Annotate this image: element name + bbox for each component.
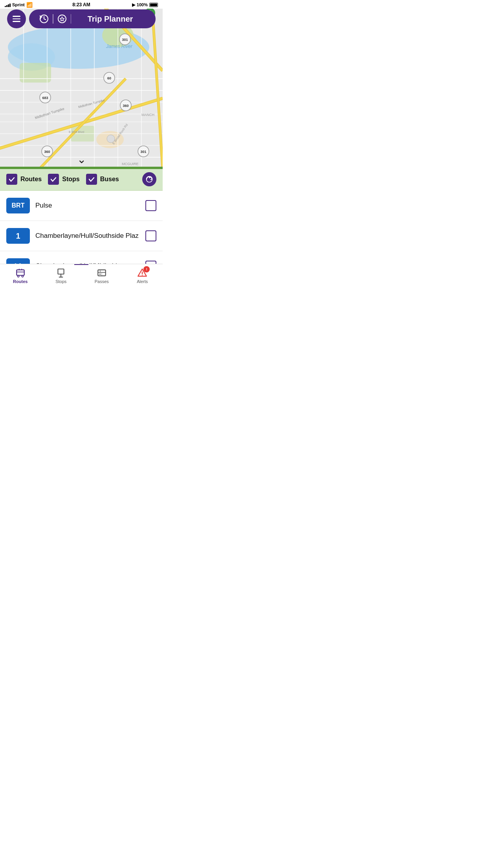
bus-icon [15,268,26,278]
menu-button[interactable] [7,9,26,28]
hamburger-icon [13,16,20,22]
battery-percent: 100% [137,2,148,7]
svg-text:60: 60 [107,76,111,80]
svg-rect-69 [99,274,101,274]
svg-rect-49 [0,167,163,169]
nav-label-alerts: Alerts [137,279,148,284]
signal-icon [5,3,11,7]
svg-point-59 [22,275,23,277]
route-badge-1: 1 [6,228,30,244]
svg-text:MANCH: MANCH [141,113,154,117]
nav-item-alerts[interactable]: ! Alerts [122,268,163,286]
refresh-icon [145,175,153,183]
route-checkbox-brt[interactable] [145,200,156,211]
header-bar: Trip Planner [3,7,160,31]
svg-rect-56 [17,270,24,275]
svg-point-58 [17,275,19,277]
svg-text:301: 301 [122,38,128,42]
nav-label-stops: Stops [55,279,66,284]
route-name-1: Chamberlayne/Hull/Southside Plaz [35,232,140,240]
nav-item-stops[interactable]: Stops [41,268,82,286]
route-badge-1a: 1A [6,258,30,264]
svg-rect-67 [98,270,106,276]
svg-marker-54 [60,17,64,21]
header-pill: Trip Planner [29,9,156,28]
filter-routes[interactable]: Routes [6,174,42,185]
status-time: 8:23 AM [72,2,90,7]
history-icon [39,14,49,24]
svg-rect-64 [58,269,64,274]
nav-label-routes: Routes [13,279,28,284]
svg-point-53 [58,15,66,23]
route-item[interactable]: BRT Pulse [0,191,163,221]
filter-stops[interactable]: Stops [48,174,79,185]
filter-routes-label: Routes [20,176,42,183]
svg-text:360: 360 [123,104,128,108]
filter-buses-label: Buses [100,176,119,183]
history-button[interactable] [35,13,53,25]
svg-text:$: $ [99,270,101,272]
svg-text:James River: James River [106,44,133,49]
header-title: Trip Planner [71,15,149,24]
route-checkbox-1[interactable] [145,230,156,241]
routes-checkbox[interactable] [6,174,17,185]
nav-icon-wrapper-alerts: ! [137,268,147,278]
active-indicator [74,264,88,265]
nav-icon-wrapper-routes [15,268,26,278]
scroll-area[interactable]: Routes Stops Buses [0,168,163,264]
svg-point-74 [142,275,143,276]
favorites-icon [57,14,67,24]
filter-buses[interactable]: Buses [86,174,119,185]
location-arrow-icon: ▶ [132,2,135,7]
map-expand-chevron[interactable]: ⌄ [77,154,86,165]
svg-text:360: 360 [44,150,50,154]
nav-icon-wrapper-stops [56,268,66,278]
svg-point-48 [107,135,115,143]
route-badge-brt: BRT [6,198,30,213]
nav-icon-wrapper-passes: $ [97,268,107,278]
stop-icon [56,268,66,278]
battery-icon [149,3,158,7]
carrier-label: Sprint [12,2,25,7]
filter-bar: Routes Stops Buses [0,168,163,191]
route-list: BRT Pulse 1 Chamberlayne/Hull/Southside … [0,191,163,264]
stops-checkbox[interactable] [48,174,59,185]
route-name-pulse: Pulse [35,202,140,210]
svg-text:E Belt Blvd: E Belt Blvd [69,130,84,134]
nav-label-passes: Passes [95,279,109,284]
nav-item-routes[interactable]: Routes [0,268,41,286]
svg-text:301: 301 [140,150,146,154]
svg-text:683: 683 [42,96,48,100]
buses-checkbox[interactable] [86,174,97,185]
favorites-button[interactable] [53,13,71,25]
nav-item-passes[interactable]: $ Passes [81,268,122,286]
bottom-nav: Routes Stops $ Passes [0,264,163,289]
passes-icon: $ [97,268,107,278]
route-item[interactable]: 1A Chamberlayne/Hull/Midlothian [0,251,163,264]
svg-rect-4 [20,63,51,83]
route-item[interactable]: 1 Chamberlayne/Hull/Southside Plaz [0,221,163,251]
status-right: ▶ 100% [132,2,158,7]
refresh-button[interactable] [142,172,156,186]
svg-text:MCGUIRE: MCGUIRE [122,162,139,166]
filter-stops-label: Stops [62,176,79,183]
alerts-badge: ! [143,266,150,272]
route-checkbox-1a[interactable] [145,261,156,264]
